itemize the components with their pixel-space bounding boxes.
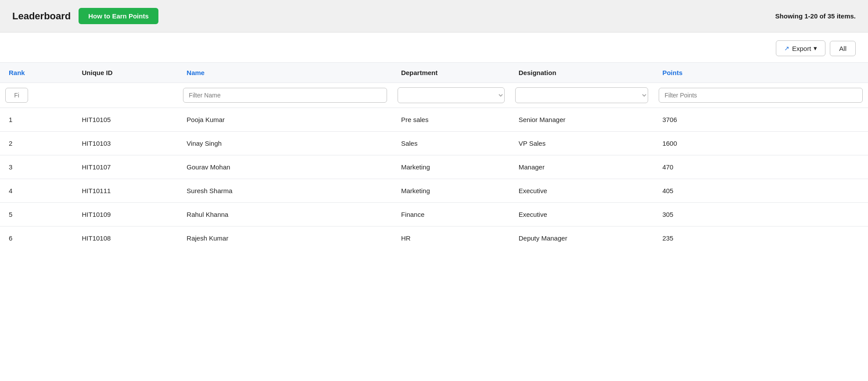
- cell-name: Pooja Kumar: [178, 108, 392, 132]
- cell-rank: 4: [0, 179, 73, 203]
- header-bar: Leaderboard How to Earn Points Showing 1…: [0, 0, 868, 32]
- cell-department: Marketing: [392, 155, 510, 179]
- cell-points: 3706: [653, 108, 868, 132]
- main-content: ↗ Export ▾ All Rank Unique ID Name Depar…: [0, 32, 868, 381]
- cell-name: Vinay Singh: [178, 132, 392, 155]
- export-button[interactable]: ↗ Export ▾: [776, 40, 825, 56]
- export-label: Export: [792, 45, 811, 52]
- col-name: Name: [178, 63, 392, 83]
- cell-rank: 6: [0, 226, 73, 250]
- cell-unique_id: HIT10108: [73, 226, 178, 250]
- cell-points: 470: [653, 155, 868, 179]
- cell-name: Gourav Mohan: [178, 155, 392, 179]
- table-row: 1HIT10105Pooja KumarPre salesSenior Mana…: [0, 108, 868, 132]
- cell-rank: 1: [0, 108, 73, 132]
- export-dropdown-icon: ▾: [814, 44, 817, 52]
- cell-points: 235: [653, 226, 868, 250]
- cell-department: HR: [392, 226, 510, 250]
- earn-points-button[interactable]: How to Earn Points: [79, 8, 158, 24]
- cell-unique_id: HIT10105: [73, 108, 178, 132]
- cell-designation: Executive: [510, 203, 654, 226]
- table-row: 2HIT10103Vinay SinghSalesVP Sales1600: [0, 132, 868, 155]
- export-icon: ↗: [784, 45, 789, 52]
- cell-rank: 5: [0, 203, 73, 226]
- cell-points: 305: [653, 203, 868, 226]
- table-header-row: Rank Unique ID Name Department Designati…: [0, 63, 868, 83]
- cell-designation: Executive: [510, 179, 654, 203]
- cell-designation: Senior Manager: [510, 108, 654, 132]
- cell-name: Rahul Khanna: [178, 203, 392, 226]
- leaderboard-table: Rank Unique ID Name Department Designati…: [0, 63, 868, 250]
- cell-rank: 3: [0, 155, 73, 179]
- col-points: Points: [653, 63, 868, 83]
- table-row: 6HIT10108Rajesh KumarHRDeputy Manager235: [0, 226, 868, 250]
- filter-department-select[interactable]: [398, 87, 505, 103]
- all-button[interactable]: All: [830, 41, 856, 56]
- cell-designation: Manager: [510, 155, 654, 179]
- cell-unique_id: HIT10109: [73, 203, 178, 226]
- cell-unique_id: HIT10103: [73, 132, 178, 155]
- cell-unique_id: HIT10111: [73, 179, 178, 203]
- filter-department-cell: [392, 83, 510, 108]
- filter-row: [0, 83, 868, 108]
- table-row: 4HIT10111Suresh SharmaMarketingExecutive…: [0, 179, 868, 203]
- cell-department: Pre sales: [392, 108, 510, 132]
- filter-rank-cell: [0, 83, 73, 108]
- cell-name: Rajesh Kumar: [178, 226, 392, 250]
- filter-points-input[interactable]: [659, 88, 863, 103]
- cell-department: Finance: [392, 203, 510, 226]
- cell-rank: 2: [0, 132, 73, 155]
- cell-unique_id: HIT10107: [73, 155, 178, 179]
- cell-designation: VP Sales: [510, 132, 654, 155]
- cell-designation: Deputy Manager: [510, 226, 654, 250]
- col-designation: Designation: [510, 63, 654, 83]
- filter-uid-cell: [73, 83, 178, 108]
- filter-rank-input[interactable]: [5, 88, 28, 103]
- cell-department: Sales: [392, 132, 510, 155]
- showing-label: Showing 1-20 of 35 items.: [775, 12, 856, 20]
- filter-designation-cell: [510, 83, 654, 108]
- toolbar: ↗ Export ▾ All: [0, 32, 868, 63]
- cell-department: Marketing: [392, 179, 510, 203]
- table-row: 3HIT10107Gourav MohanMarketingManager470: [0, 155, 868, 179]
- filter-designation-select[interactable]: [515, 87, 649, 103]
- col-rank: Rank: [0, 63, 73, 83]
- filter-points-cell: [653, 83, 868, 108]
- cell-points: 405: [653, 179, 868, 203]
- cell-name: Suresh Sharma: [178, 179, 392, 203]
- header-left: Leaderboard How to Earn Points: [12, 8, 158, 24]
- col-department: Department: [392, 63, 510, 83]
- filter-name-input[interactable]: [183, 88, 387, 103]
- filter-name-cell: [178, 83, 392, 108]
- page-title: Leaderboard: [12, 11, 71, 22]
- cell-points: 1600: [653, 132, 868, 155]
- col-unique-id: Unique ID: [73, 63, 178, 83]
- table-row: 5HIT10109Rahul KhannaFinanceExecutive305: [0, 203, 868, 226]
